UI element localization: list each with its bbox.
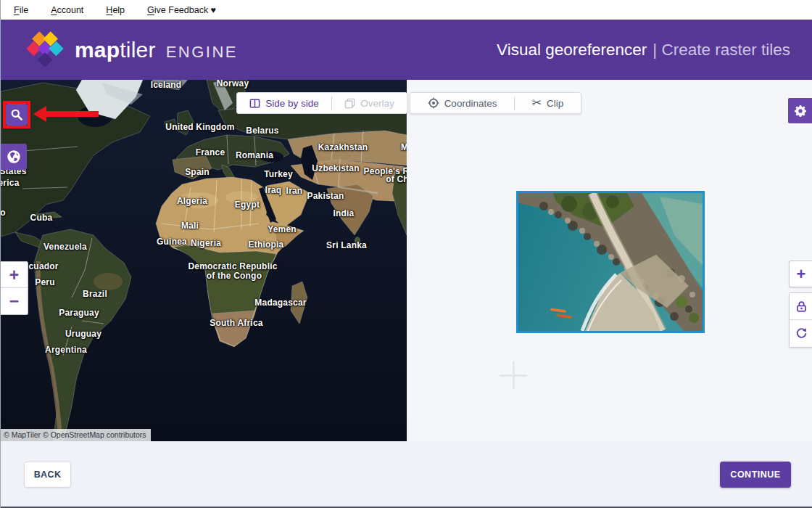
map-search-button[interactable] bbox=[6, 104, 28, 126]
tab-coordinates-label: Coordinates bbox=[444, 98, 497, 109]
brand-tiler: tiler bbox=[120, 38, 155, 62]
brand-engine: ENGINE bbox=[166, 43, 238, 62]
rotate-button[interactable] bbox=[790, 320, 812, 347]
toolbar-divider bbox=[331, 97, 332, 110]
zoom-out-button[interactable]: − bbox=[1, 288, 28, 314]
raster-image[interactable] bbox=[516, 191, 705, 333]
lock-aspect-button[interactable] bbox=[790, 293, 812, 320]
app-header: maptiler ENGINE Visual georeferencer| Cr… bbox=[1, 20, 812, 80]
maptiler-logo: maptiler ENGINE bbox=[25, 29, 238, 71]
brand-text: maptiler ENGINE bbox=[75, 38, 238, 62]
brand-map: map bbox=[75, 38, 120, 62]
menubar: FileAccountHelpGive Feedback ♥ bbox=[1, 0, 812, 20]
clip-scissors-icon: ✂ bbox=[532, 97, 542, 109]
map-attribution: © MapTiler © OpenStreetMap contributors bbox=[1, 429, 151, 441]
menu-item-give[interactable]: Give Feedback ♥ bbox=[147, 5, 216, 15]
maptiler-pin-icon bbox=[25, 29, 65, 71]
search-icon bbox=[9, 107, 24, 122]
page-title-primary: Visual georeferencer bbox=[497, 41, 647, 59]
map-zoom-control: + − bbox=[1, 261, 28, 315]
settings-button[interactable] bbox=[788, 98, 812, 123]
view-mode-toolbar: Side by side Overlay bbox=[236, 92, 407, 114]
globe-icon bbox=[6, 149, 22, 165]
raster-pane[interactable] bbox=[407, 80, 812, 441]
menu-item-account[interactable]: Account bbox=[51, 5, 83, 15]
tab-side-by-side-label: Side by side bbox=[265, 98, 319, 109]
map-style-globe-button[interactable] bbox=[1, 144, 27, 170]
reference-map[interactable]: IcelandNorwayUnited KingdomBelarusKazakh… bbox=[1, 80, 407, 441]
tab-overlay[interactable]: Overlay bbox=[340, 98, 399, 109]
lock-icon bbox=[795, 300, 808, 314]
tools-toolbar: Coordinates ✂ Clip bbox=[410, 92, 581, 114]
aerial-coast-photo bbox=[518, 193, 703, 331]
tab-clip-label: Clip bbox=[547, 98, 563, 109]
side-by-side-icon bbox=[249, 98, 260, 109]
raster-zoom-in-button[interactable]: + bbox=[789, 261, 812, 287]
continue-button[interactable]: CONTINUE bbox=[720, 462, 791, 488]
coordinates-icon bbox=[428, 97, 439, 109]
raster-transform-control bbox=[789, 292, 812, 348]
tab-clip[interactable]: ✂ Clip bbox=[528, 97, 568, 109]
world-map-satellite bbox=[1, 80, 407, 441]
gear-icon bbox=[793, 104, 808, 118]
footer: BACK CONTINUE bbox=[1, 441, 812, 508]
tab-side-by-side[interactable]: Side by side bbox=[245, 98, 323, 109]
toolbar-divider bbox=[514, 97, 515, 110]
tab-overlay-label: Overlay bbox=[360, 98, 394, 109]
page-title: Visual georeferencer| Create raster tile… bbox=[497, 41, 790, 60]
back-button[interactable]: BACK bbox=[24, 462, 71, 488]
overlay-icon bbox=[344, 98, 355, 109]
zoom-in-button[interactable]: + bbox=[1, 262, 28, 288]
menu-item-help[interactable]: Help bbox=[106, 5, 125, 15]
page-title-secondary: | Create raster tiles bbox=[652, 41, 790, 59]
tab-coordinates[interactable]: Coordinates bbox=[423, 97, 502, 109]
menu-item-file[interactable]: File bbox=[14, 5, 28, 15]
rotate-icon bbox=[795, 327, 808, 340]
